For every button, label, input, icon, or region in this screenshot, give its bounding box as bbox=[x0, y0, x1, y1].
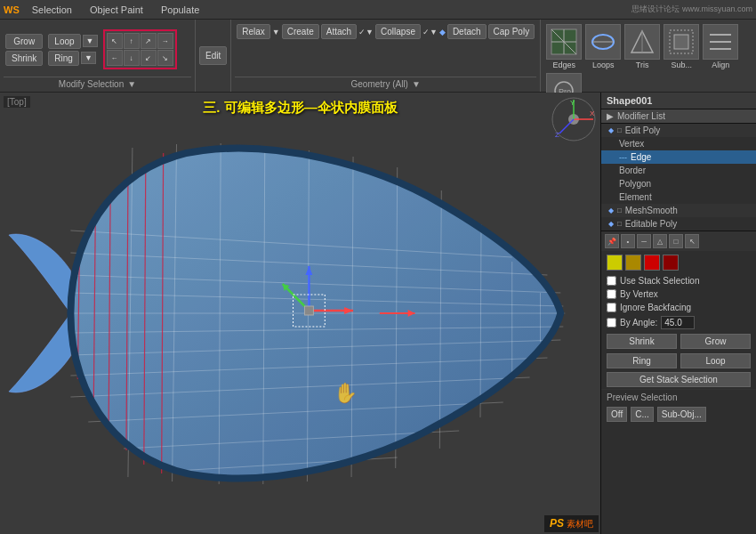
use-stack-checkbox[interactable] bbox=[607, 276, 616, 286]
loop-arrow-btn[interactable]: ▼ bbox=[83, 35, 98, 47]
preview-section-title: Preview Selection bbox=[601, 389, 756, 405]
grow-shrink-group: Grow Shrink bbox=[5, 34, 43, 66]
modifier-list: ◆ □ Edit Poly Vertex --- Edge Border Pol… bbox=[601, 124, 756, 231]
modifier-item-border[interactable]: Border bbox=[601, 164, 756, 177]
modifier-item-polygon[interactable]: Polygon bbox=[601, 177, 756, 190]
ring-btn2[interactable]: Ring bbox=[607, 353, 677, 368]
by-vertex-checkbox[interactable] bbox=[607, 289, 616, 299]
quad-icon[interactable]: □ bbox=[669, 234, 683, 248]
arrow-bl[interactable]: ↙ bbox=[141, 50, 157, 66]
tris-icon bbox=[624, 24, 660, 60]
top-menu-populate[interactable]: Populate bbox=[156, 4, 205, 15]
ignore-backface-checkbox[interactable] bbox=[607, 303, 616, 312]
ring-loop-row: Ring Loop bbox=[601, 352, 756, 370]
preview-subobj-btn[interactable]: Sub-Obj... bbox=[657, 407, 706, 422]
modifier-item-vertex[interactable]: Vertex bbox=[601, 137, 756, 150]
arrow-tr[interactable]: ↗ bbox=[141, 33, 157, 49]
get-stack-btn[interactable]: Get Stack Selection bbox=[607, 372, 751, 387]
svg-rect-51 bbox=[304, 306, 313, 315]
checkbox-by-vertex: By Vertex bbox=[601, 287, 756, 301]
collapse-arrow[interactable]: ✓▼ bbox=[422, 28, 438, 36]
align-icon-group: Align bbox=[703, 24, 738, 69]
vert-icon[interactable]: • bbox=[621, 234, 635, 248]
checkbox-use-stack: Use Stack Selection bbox=[601, 274, 756, 287]
panel-icons-row: 📌 • ─ △ □ ↖ bbox=[601, 231, 756, 251]
pin-icon[interactable]: 📌 bbox=[605, 234, 619, 248]
arrow-t[interactable]: ↑ bbox=[124, 33, 140, 49]
arrow-b[interactable]: ↓ bbox=[124, 50, 140, 66]
collapse-button[interactable]: Collapse bbox=[375, 24, 421, 39]
watermark-ps: PS 素材吧 bbox=[544, 515, 599, 532]
edge-icon2[interactable]: ─ bbox=[637, 234, 651, 248]
edit-section: Edit bbox=[196, 20, 231, 92]
loops-label[interactable]: Loops bbox=[592, 61, 615, 69]
align-icon bbox=[703, 24, 738, 60]
checkbox-by-angle: By Angle: bbox=[601, 314, 756, 331]
modifier-list-label[interactable]: ▶ Modifier List bbox=[601, 109, 756, 124]
create-button[interactable]: Create bbox=[282, 24, 319, 39]
arrow-r[interactable]: → bbox=[157, 33, 173, 49]
loop-button[interactable]: Loop bbox=[48, 34, 80, 49]
viewport-svg: ✋ bbox=[0, 93, 600, 534]
loop-ring-group: Loop ▼ Ring ▼ bbox=[48, 34, 97, 66]
loops-icon bbox=[585, 24, 621, 60]
shrink-grow-row: Shrink Grow bbox=[601, 331, 756, 352]
top-bar: WS Selection Object Paint Populate 思绪设计论… bbox=[0, 0, 756, 20]
arrow-l[interactable]: ← bbox=[107, 50, 123, 66]
geometry-section: Relax ▼ Create Attach ✓▼ Collapse ✓▼ ◆ D… bbox=[231, 20, 541, 92]
geometry-label: Geometry (All) ▼ bbox=[235, 77, 536, 89]
preview-off-btn[interactable]: Off bbox=[607, 407, 627, 422]
relax-button[interactable]: Relax bbox=[237, 24, 270, 39]
modifier-item-edge[interactable]: --- Edge bbox=[601, 150, 756, 164]
cap-poly-button[interactable]: Cap Poly bbox=[488, 24, 535, 39]
app-logo: WS bbox=[4, 4, 20, 15]
edges-label[interactable]: Edges bbox=[552, 61, 575, 69]
toolbar: Grow Shrink Loop ▼ Ring ▼ ↖ ↑ ↗ bbox=[0, 20, 756, 93]
viewport[interactable]: ✋ 三. 可编辑多边形—伞状内膜面板 [Top] X Y Z PS 素材吧 bbox=[0, 93, 600, 534]
arrow-tl[interactable]: ↖ bbox=[107, 33, 123, 49]
tris-icon-group: Tris bbox=[624, 24, 660, 69]
preview-c-btn[interactable]: C... bbox=[631, 407, 654, 422]
relax-arrow[interactable]: ▼ bbox=[272, 28, 280, 36]
modify-selection-section: Grow Shrink Loop ▼ Ring ▼ ↖ ↑ ↗ bbox=[0, 20, 196, 92]
sub-icon bbox=[664, 24, 699, 60]
svg-text:X: X bbox=[590, 109, 595, 117]
top-menu-selection[interactable]: Selection bbox=[27, 4, 77, 15]
ring-arrow-btn[interactable]: ▼ bbox=[81, 52, 96, 64]
attach-arrow[interactable]: ✓▼ bbox=[358, 28, 374, 36]
swatch-yellow[interactable] bbox=[607, 255, 623, 271]
modifier-item-editpoly[interactable]: ◆ □ Edit Poly bbox=[601, 124, 756, 137]
grow-btn2[interactable]: Grow bbox=[680, 334, 751, 349]
shrink-btn2[interactable]: Shrink bbox=[607, 334, 677, 349]
angle-input[interactable] bbox=[661, 316, 695, 329]
loop-btn2[interactable]: Loop bbox=[680, 353, 751, 368]
detach-dot: ◆ bbox=[439, 28, 446, 36]
modifier-item-editablepoly[interactable]: ◆ □ Editable Poly bbox=[601, 217, 756, 231]
align-label[interactable]: Align bbox=[712, 61, 729, 69]
by-angle-checkbox[interactable] bbox=[607, 318, 616, 328]
shrink-button[interactable]: Shrink bbox=[5, 51, 43, 66]
tri-icon[interactable]: △ bbox=[653, 234, 667, 248]
modifier-item-element[interactable]: Element bbox=[601, 190, 756, 204]
cursor-icon[interactable]: ↖ bbox=[685, 234, 699, 248]
modifier-item-meshsmooth[interactable]: ◆ □ MeshSmooth bbox=[601, 204, 756, 217]
edit-button[interactable]: Edit bbox=[199, 46, 227, 65]
sub-icon-group: Sub... bbox=[664, 24, 699, 69]
arrow-grid: ↖ ↑ ↗ → ← ↓ ↙ ↘ bbox=[107, 33, 173, 66]
right-panel: Shape001 ▶ Modifier List ◆ □ Edit Poly V… bbox=[600, 93, 756, 534]
tris-label[interactable]: Tris bbox=[636, 61, 649, 69]
svg-text:Y: Y bbox=[570, 99, 575, 107]
swatch-red[interactable] bbox=[644, 255, 660, 271]
arrow-br[interactable]: ↘ bbox=[157, 50, 173, 66]
sub-label[interactable]: Sub... bbox=[671, 61, 692, 69]
svg-rect-9 bbox=[674, 35, 688, 49]
viewport-corner-label: [Top] bbox=[4, 96, 30, 108]
swatch-dark-red[interactable] bbox=[663, 255, 679, 271]
attach-button[interactable]: Attach bbox=[321, 24, 357, 39]
grow-button[interactable]: Grow bbox=[5, 34, 43, 49]
top-menu-objectpaint[interactable]: Object Paint bbox=[84, 4, 149, 15]
detach-button[interactable]: Detach bbox=[447, 24, 487, 39]
ring-button[interactable]: Ring bbox=[48, 51, 79, 66]
svg-text:Z: Z bbox=[555, 131, 559, 139]
swatch-dark-yellow[interactable] bbox=[625, 255, 641, 271]
